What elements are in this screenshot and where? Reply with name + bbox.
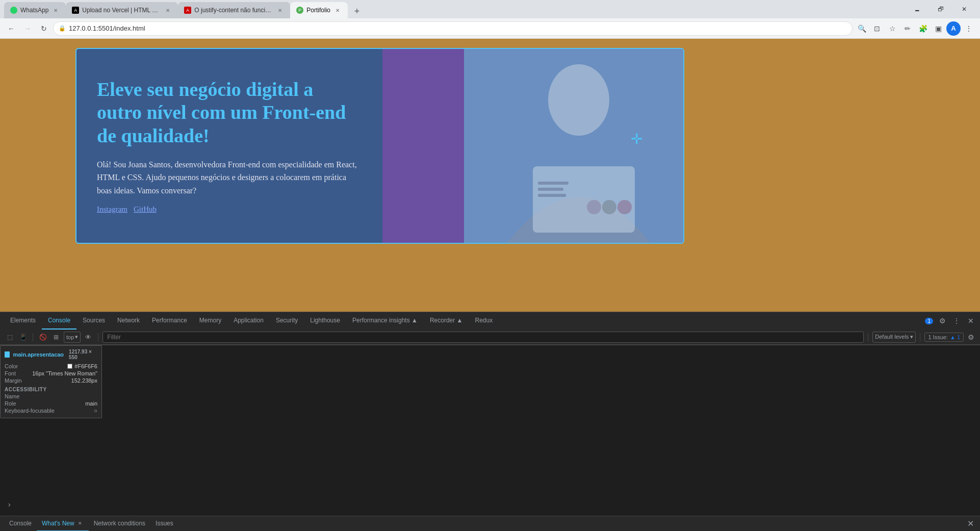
tab-application[interactable]: Application xyxy=(227,312,270,330)
svg-rect-3 xyxy=(538,182,569,185)
svg-rect-5 xyxy=(538,194,566,197)
svg-rect-4 xyxy=(538,188,563,191)
devtools-more-icon[interactable]: ⋮ xyxy=(951,316,962,326)
hero-image xyxy=(464,49,683,243)
bottom-tab-whats-new[interactable]: What's New ✕ xyxy=(37,516,89,532)
tab-performance[interactable]: Performance xyxy=(146,312,193,330)
svg-point-6 xyxy=(587,200,601,214)
tab-elements[interactable]: Elements xyxy=(4,312,42,330)
tab-recorder[interactable]: Recorder ▲ xyxy=(424,312,469,330)
tab-lighthouse[interactable]: Lighthouse xyxy=(304,312,346,330)
devtools-header: Elements Console Sources Network Perform… xyxy=(0,312,980,345)
reload-button[interactable]: ↻ xyxy=(37,21,51,36)
address-text: 127.0.0.1:5501/index.html xyxy=(69,24,847,32)
eye-button[interactable]: 👁 xyxy=(83,332,94,343)
bottom-tab-console[interactable]: Console xyxy=(4,516,37,532)
title-bar: WhatsApp ✕ A Upload no Vercel | HTML e C… xyxy=(0,0,980,18)
inspector-keyboard-row: Keyboard-focusable ○ xyxy=(5,408,97,414)
device-toolbar-button[interactable]: 📱 xyxy=(17,332,29,343)
tab-performance-insights[interactable]: Performance insights ▲ xyxy=(346,312,424,330)
github-link[interactable]: GitHub xyxy=(134,205,157,214)
tab-justify[interactable]: A O justify-content não funciona | ✕ xyxy=(178,2,290,18)
inspector-font-row: Font 16px "Times New Roman" xyxy=(5,370,97,376)
nav-actions: 🔍 ⊡ ☆ ✏ 🧩 ▣ A ⋮ xyxy=(855,21,976,36)
filter-input[interactable] xyxy=(102,332,864,343)
bottom-close-button[interactable]: ✕ xyxy=(965,518,976,529)
tab-redux[interactable]: Redux xyxy=(469,312,499,330)
svg-point-1 xyxy=(548,64,609,136)
clear-console-button[interactable]: 🚫 xyxy=(37,332,48,343)
tab-justify-close[interactable]: ✕ xyxy=(276,6,284,14)
devtools-content: main.apresentacao 1217.93 × 550 Color #F… xyxy=(0,345,980,516)
devtools-bottom-bar: Console What's New ✕ Network conditions … xyxy=(0,516,980,531)
hero-links: Instagram GitHub xyxy=(97,205,362,214)
inspector-element-icon xyxy=(5,351,10,358)
avatar-button[interactable]: A xyxy=(946,21,961,36)
hero-title: Eleve seu negócio digital a outro nível … xyxy=(97,78,362,148)
devtools-toolbar: ⬚ 📱 🚫 ⊞ top ▾ 👁 Default levels ▾ 1 xyxy=(0,330,980,345)
devtools-close-icon[interactable]: ✕ xyxy=(966,316,976,326)
issue-settings-icon[interactable]: ⚙ xyxy=(966,332,976,342)
bottom-tab-issues[interactable]: Issues xyxy=(150,516,178,532)
context-selector[interactable]: top ▾ xyxy=(64,332,81,343)
extensions-button[interactable]: 🧩 xyxy=(916,21,930,36)
tab-memory[interactable]: Memory xyxy=(193,312,227,330)
tab-justify-label: O justify-content não funciona | xyxy=(194,7,273,14)
close-button[interactable]: ✕ xyxy=(952,0,976,18)
maximize-button[interactable]: 🗗 xyxy=(929,0,952,18)
instagram-link[interactable]: Instagram xyxy=(97,205,127,214)
whats-new-close[interactable]: ✕ xyxy=(76,520,84,527)
star-button[interactable]: ☆ xyxy=(885,21,899,36)
hero-middle xyxy=(382,49,464,243)
tab-whatsapp-close[interactable]: ✕ xyxy=(51,6,60,14)
inspector-accessibility-section: ACCESSIBILITY xyxy=(5,387,97,392)
zoom-button[interactable]: 🔍 xyxy=(855,21,869,36)
menu-button[interactable]: ⋮ xyxy=(962,21,976,36)
browser-chrome: WhatsApp ✕ A Upload no Vercel | HTML e C… xyxy=(0,0,980,531)
tab-upload[interactable]: A Upload no Vercel | HTML e CSS: ✕ xyxy=(66,2,178,18)
bottom-tab-network-conditions[interactable]: Network conditions xyxy=(89,516,150,532)
devtools-settings-icon[interactable]: ⚙ xyxy=(937,316,947,326)
cast-button[interactable]: ⊡ xyxy=(870,21,884,36)
svg-point-7 xyxy=(602,200,616,214)
preserve-log-button[interactable]: ⊞ xyxy=(50,332,62,343)
svg-rect-2 xyxy=(533,166,635,233)
console-arrow[interactable]: › xyxy=(4,498,15,511)
portfolio-favicon: P xyxy=(296,7,303,14)
tab-whatsapp[interactable]: WhatsApp ✕ xyxy=(4,2,66,18)
justify-favicon: A xyxy=(184,7,191,14)
tab-portfolio-close[interactable]: ✕ xyxy=(333,6,342,14)
tab-portfolio-label: Portifolio xyxy=(306,7,330,14)
tab-sources[interactable]: Sources xyxy=(76,312,111,330)
new-tab-button[interactable]: + xyxy=(350,4,364,18)
tab-portfolio[interactable]: P Portifolio ✕ xyxy=(290,2,348,18)
hero-section: Eleve seu negócio digital a outro nível … xyxy=(76,49,683,243)
whatsapp-favicon xyxy=(10,7,17,14)
tab-security[interactable]: Security xyxy=(270,312,304,330)
tab-network[interactable]: Network xyxy=(111,312,146,330)
toolbar-separator-2 xyxy=(98,333,98,341)
tab-upload-close[interactable]: ✕ xyxy=(164,6,172,14)
sidebar-button[interactable]: ▣ xyxy=(931,21,945,36)
devtools-tabs: Elements Console Sources Network Perform… xyxy=(0,312,980,330)
lock-icon: 🔒 xyxy=(59,25,66,32)
hero-left: Eleve seu negócio digital a outro nível … xyxy=(76,49,382,243)
move-cursor-icon: ✛ xyxy=(631,131,642,147)
back-button[interactable]: ← xyxy=(4,21,18,36)
address-bar[interactable]: 🔒 127.0.0.1:5501/index.html xyxy=(53,21,853,36)
issue-badge[interactable]: 1 Issue: ▲ 1 xyxy=(924,333,964,342)
hero-right: ✛ xyxy=(464,49,683,243)
minimize-button[interactable]: 🗕 xyxy=(906,0,929,18)
element-inspector: main.apresentacao 1217.93 × 550 Color #F… xyxy=(0,345,102,418)
navigation-bar: ← → ↻ 🔒 127.0.0.1:5501/index.html 🔍 ⊡ ☆ … xyxy=(0,18,980,39)
inspector-margin-row: Margin 152.238px xyxy=(5,377,97,384)
inspect-element-button[interactable]: ⬚ xyxy=(4,332,15,343)
tabs-container: WhatsApp ✕ A Upload no Vercel | HTML e C… xyxy=(4,0,906,18)
forward-button[interactable]: → xyxy=(20,21,35,36)
tab-console[interactable]: Console xyxy=(42,312,76,330)
inspector-role-row: Role main xyxy=(5,400,97,407)
profile-edit-button[interactable]: ✏ xyxy=(900,21,915,36)
default-levels-select[interactable]: Default levels ▾ xyxy=(872,332,916,343)
inspector-name-row: Name xyxy=(5,393,97,399)
bottom-right-actions: ✕ xyxy=(965,518,976,529)
